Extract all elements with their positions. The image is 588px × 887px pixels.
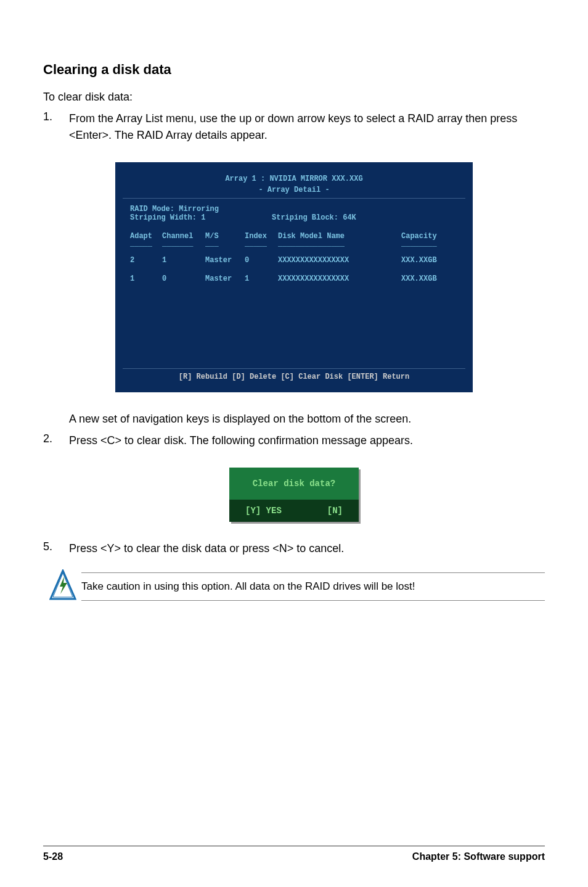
table-row: 1 0 Master 1 XXXXXXXXXXXXXXXX XXX.XXGB [123, 274, 465, 283]
confirm-no-label: [N] [327, 506, 343, 516]
caution-note: Take caution in using this option. All d… [49, 569, 545, 604]
step-1-number: 1. [43, 110, 69, 144]
cell-channel: 1 [162, 256, 205, 265]
cell-model: XXXXXXXXXXXXXXXX [278, 256, 401, 265]
step-1: 1. From the Array List menu, use the up … [43, 110, 545, 144]
step-2-text: Press <C> to clear disk. The following c… [69, 432, 545, 449]
caution-text: Take caution in using this option. All d… [81, 572, 545, 601]
cell-model: XXXXXXXXXXXXXXXX [278, 274, 401, 283]
page-number: 5-28 [43, 851, 63, 862]
lightning-icon [49, 569, 81, 604]
cell-channel: 0 [162, 274, 205, 283]
raid-header-rule: _____ _______ ___ _____ _______________ … [123, 242, 465, 246]
step-5-text: Press <Y> to clear the disk data or pres… [69, 540, 545, 557]
raid-width-label: Striping Width: 1 [130, 213, 272, 222]
confirm-options: [Y] YES [N] [229, 500, 359, 522]
section-heading: Clearing a disk data [43, 62, 545, 78]
raid-title-line2: - Array Detail - [123, 186, 465, 199]
step-2: 2. Press <C> to clear disk. The followin… [43, 432, 545, 449]
cell-capacity: XXX.XXGB [401, 256, 465, 265]
raid-title-line1: Array 1 : NVIDIA MIRROR XXX.XXG [123, 171, 465, 186]
cell-index: 0 [245, 256, 278, 265]
raid-footer-keys: [R] Rebuild [D] Delete [C] Clear Disk [E… [123, 368, 465, 384]
cell-ms: Master [205, 274, 245, 283]
step-5-number: 5. [43, 540, 69, 557]
table-row: 2 1 Master 0 XXXXXXXXXXXXXXXX XXX.XXGB [123, 256, 465, 265]
cell-ms: Master [205, 256, 245, 265]
raid-block-label: Striping Block: 64K [272, 213, 465, 222]
confirm-question: Clear disk data? [229, 468, 359, 500]
page-footer: 5-28 Chapter 5: Software support [43, 846, 545, 862]
step-1-text: From the Array List menu, use the up or … [69, 110, 545, 144]
confirm-dialog: Clear disk data? [Y] YES [N] [229, 468, 359, 522]
step-5: 5. Press <Y> to clear the disk data or p… [43, 540, 545, 557]
intro-text: To clear disk data: [43, 89, 545, 105]
cell-capacity: XXX.XXGB [401, 274, 465, 283]
cell-adapt: 1 [130, 274, 162, 283]
raid-mode-label: RAID Mode: Mirroring [123, 205, 465, 213]
confirm-yes-label: [Y] YES [245, 506, 282, 516]
raid-striping-row: Striping Width: 1 Striping Block: 64K [123, 213, 465, 222]
below-panel-text: A new set of navigation keys is displaye… [69, 411, 545, 427]
cell-adapt: 2 [130, 256, 162, 265]
chapter-label: Chapter 5: Software support [412, 851, 545, 862]
step-2-number: 2. [43, 432, 69, 449]
raid-panel: Array 1 : NVIDIA MIRROR XXX.XXG - Array … [115, 162, 473, 392]
raid-empty-space [123, 283, 465, 363]
cell-index: 1 [245, 274, 278, 283]
